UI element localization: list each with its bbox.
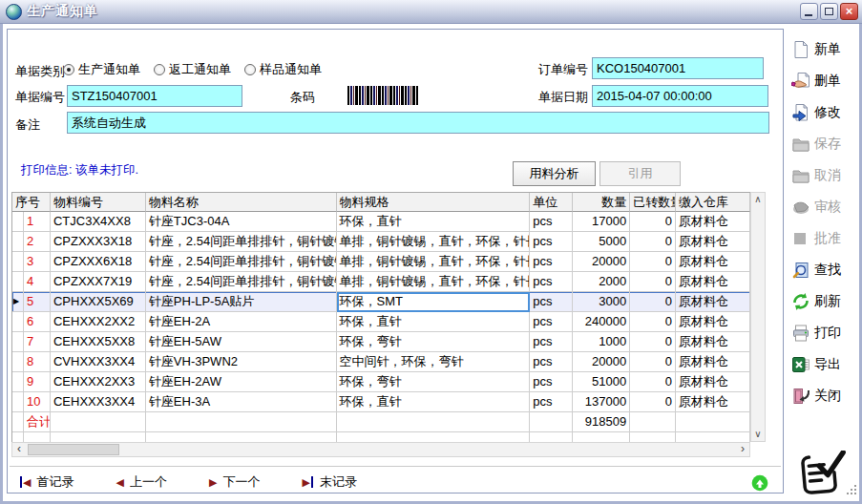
grid-cell[interactable]: 20000 <box>573 352 630 372</box>
grid-cell[interactable]: 单排，铜针镀锡，直针，环保，针长， <box>337 232 531 252</box>
grid-cell[interactable]: 0 <box>630 252 676 272</box>
grid-cell[interactable]: 0 <box>630 372 676 392</box>
focused-cell[interactable]: 环保，SMT <box>337 292 531 312</box>
nav-last-button[interactable]: ▶末记录 <box>302 473 356 491</box>
sidebar-button-11[interactable]: 关闭 <box>791 386 862 406</box>
grid-cell[interactable]: 8 <box>24 352 51 372</box>
grid-cell[interactable]: 918509 <box>573 412 630 432</box>
grid-cell[interactable]: pcs <box>530 312 573 332</box>
column-header-7[interactable]: 缴入仓库 <box>676 193 750 212</box>
grid-cell[interactable]: 4 <box>24 272 51 292</box>
grid-cell[interactable]: 20000 <box>573 252 630 272</box>
grid-cell[interactable]: pcs <box>530 292 573 312</box>
order-no-field[interactable] <box>592 57 764 79</box>
grid-cell[interactable]: CPZXXX3X18 <box>51 232 146 252</box>
grid-cell[interactable]: 单排，铜针镀锡，直针，环保，针长， <box>337 272 531 292</box>
grid-cell[interactable]: 0 <box>630 312 676 332</box>
vertical-scrollbar[interactable]: ∧ ∨ <box>750 192 766 442</box>
column-header-0[interactable]: 序号 <box>12 193 51 212</box>
grid-cell[interactable]: 9 <box>24 372 51 392</box>
column-header-1[interactable]: 物料编号 <box>51 193 146 212</box>
column-header-5[interactable]: 数量 <box>573 193 630 212</box>
grid-cell[interactable]: 0 <box>630 212 676 232</box>
grid-cell[interactable]: 合计 <box>24 412 51 432</box>
grid-cell[interactable]: 2 <box>24 232 51 252</box>
grid-cell[interactable]: 原材料仓 <box>676 352 750 372</box>
grid-cell[interactable]: 2000 <box>573 272 630 292</box>
scroll-left-icon[interactable]: ‹ <box>12 443 26 456</box>
grid-cell[interactable]: 1 <box>24 212 51 232</box>
grid-cell[interactable]: 7 <box>24 332 51 352</box>
nav-next-button[interactable]: ▶下一个 <box>209 473 260 491</box>
grid-cell[interactable]: 环保，直针 <box>337 392 531 412</box>
column-header-3[interactable]: 物料规格 <box>337 193 531 212</box>
column-header-4[interactable]: 单位 <box>530 193 573 212</box>
grid-cell[interactable]: 0 <box>630 292 676 312</box>
grid-cell[interactable]: CTJC3X4XX8 <box>51 212 146 232</box>
grid-cell[interactable]: pcs <box>530 352 573 372</box>
grid-cell[interactable]: pcs <box>530 372 573 392</box>
material-analysis-button[interactable]: 用料分析 <box>513 161 596 186</box>
grid-cell[interactable]: 0 <box>630 352 676 372</box>
grid-cell[interactable]: 0 <box>630 272 676 292</box>
grid-cell[interactable]: 原材料仓 <box>676 332 750 352</box>
doc-date-field[interactable] <box>592 85 768 107</box>
sidebar-button-0[interactable]: 新单 <box>791 39 862 59</box>
column-header-2[interactable]: 物料名称 <box>146 193 337 212</box>
grid-cell[interactable]: 环保，弯针 <box>337 332 531 352</box>
grid-cell[interactable]: 0 <box>630 392 676 412</box>
sidebar-button-10[interactable]: 导出 <box>791 354 862 374</box>
close-button[interactable]: × <box>840 3 858 20</box>
grid-cell[interactable]: pcs <box>530 212 573 232</box>
grid-cell[interactable]: 1000 <box>573 332 630 352</box>
doc-type-radio-2[interactable]: 样品通知单 <box>244 61 322 78</box>
grid-cell[interactable]: 针座TJC3-04A <box>146 212 337 232</box>
scroll-right-icon[interactable]: › <box>736 443 749 456</box>
sidebar-button-7[interactable]: 查找 <box>791 260 862 280</box>
scroll-down-icon[interactable]: ∨ <box>751 428 765 441</box>
radio-icon[interactable] <box>154 64 165 75</box>
grid-cell[interactable]: 0 <box>630 232 676 252</box>
grid-cell[interactable]: CEHXXX2XX2 <box>51 312 146 332</box>
grid-cell[interactable]: 3000 <box>573 292 630 312</box>
horizontal-scrollbar[interactable]: ‹ › <box>11 442 750 457</box>
grid-cell[interactable]: 原材料仓 <box>676 292 750 312</box>
grid-cell[interactable]: CPZXXX7X19 <box>51 272 146 292</box>
grid-cell[interactable]: 单排，铜针镀锡，直针，环保，针长， <box>337 252 531 272</box>
remark-field[interactable] <box>67 112 769 134</box>
grid-cell[interactable]: 针座EH-2AW <box>146 372 337 392</box>
grid-cell[interactable]: 针座，2.54间距单排排针，铜针镀锡， <box>146 232 337 252</box>
sidebar-button-2[interactable]: 修改 <box>791 102 862 122</box>
sidebar-button-8[interactable]: 刷新 <box>791 291 862 311</box>
grid-cell[interactable]: 137000 <box>573 392 630 412</box>
grid-cell[interactable]: 原材料仓 <box>676 212 750 232</box>
scrollbar-thumb[interactable] <box>28 444 119 455</box>
radio-selected-icon[interactable] <box>63 64 74 75</box>
grid-cell[interactable]: 原材料仓 <box>676 372 750 392</box>
sidebar-button-1[interactable]: 删单 <box>791 71 862 91</box>
grid-cell[interactable]: 环保，弯针 <box>337 372 531 392</box>
grid-cell[interactable]: 10 <box>24 392 51 412</box>
grid-cell[interactable]: 环保，直针 <box>337 212 531 232</box>
grid-cell[interactable]: pcs <box>530 252 573 272</box>
grid-cell[interactable]: CEHXXX5XX8 <box>51 332 146 352</box>
doc-type-radio-1[interactable]: 返工通知单 <box>154 61 231 78</box>
grid-cell[interactable]: 针座EH-3A <box>146 392 337 412</box>
column-header-6[interactable]: 已转数量 <box>630 193 676 212</box>
grid-cell[interactable]: 针座VH-3PWN2 <box>146 352 337 372</box>
grid-cell[interactable]: 3 <box>24 252 51 272</box>
grid-cell[interactable]: 0 <box>630 332 676 352</box>
scroll-up-icon[interactable]: ∧ <box>751 193 765 206</box>
grid-cell[interactable]: 针座，2.54间距单排排针，铜针镀锡， <box>146 252 337 272</box>
grid-cell[interactable]: 原材料仓 <box>676 252 750 272</box>
grid-cell[interactable] <box>51 412 146 432</box>
grid-cell[interactable]: 5000 <box>573 232 630 252</box>
grid-cell[interactable]: 针座PH-LP-5A贴片 <box>146 292 337 312</box>
doc-type-radio-0[interactable]: 生产通知单 <box>63 61 140 78</box>
title-bar[interactable]: 生产通知单 × <box>0 0 862 24</box>
grid-cell[interactable]: CVHXXX3XX4 <box>51 352 146 372</box>
minimize-button[interactable] <box>800 3 818 20</box>
resize-grip[interactable] <box>847 485 858 496</box>
grid-cell[interactable]: 针座EH-5AW <box>146 332 337 352</box>
grid-cell[interactable]: 针座EH-2A <box>146 312 337 332</box>
